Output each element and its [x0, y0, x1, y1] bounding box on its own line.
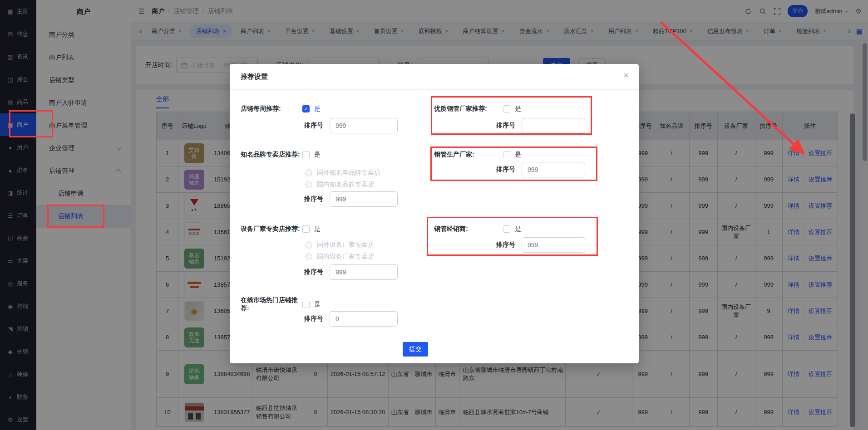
pipe-dealer-checkbox[interactable]	[503, 225, 510, 233]
radio-label: 国外知名年品牌专卖店	[317, 169, 380, 177]
radio-button[interactable]	[305, 241, 312, 249]
quality-pipe-label: 优质钢管厂家推荐:	[434, 105, 503, 113]
modal-title: 推荐设置	[241, 73, 268, 81]
pipe-dealer-label: 钢管经销商:	[434, 225, 503, 233]
weekly-recommend-checkbox[interactable]: ✓	[302, 105, 310, 112]
hot-shop-checkbox[interactable]	[302, 301, 310, 308]
sort-label: 排序号	[304, 122, 323, 130]
famous-brand-checkbox[interactable]	[302, 151, 310, 158]
recommend-settings-modal: 推荐设置 × 店铺每周推荐:✓是排序号知名品牌专卖店推荐:是国外知名年品牌专卖店…	[230, 64, 639, 363]
sort-label: 排序号	[496, 166, 515, 174]
sort-label: 排序号	[496, 122, 515, 130]
yes-label: 是	[314, 300, 321, 308]
sort-label: 排序号	[304, 268, 323, 276]
radio-button[interactable]	[305, 169, 312, 176]
yes-label: 是	[515, 225, 521, 233]
radio-button[interactable]	[305, 253, 312, 260]
sort-label: 排序号	[496, 241, 515, 249]
app-root: ▦主页▤信息▥资讯◫展会▧商品▣商户●用户▲排名◨统计☰订单☑检验▭大屏◎服务◉…	[0, 0, 868, 430]
sort-label: 排序号	[304, 195, 323, 203]
yes-label: 是	[314, 151, 321, 159]
hot-shop-label: 在线市场热门店铺推荐:	[241, 296, 302, 313]
famous-brand-sort-input[interactable]	[330, 191, 398, 207]
pipe-producer-label: 钢管生产厂家:	[434, 151, 503, 159]
pipe-dealer-sort-input[interactable]	[522, 237, 585, 253]
hot-shop-sort-input[interactable]	[330, 311, 398, 327]
famous-brand-label: 知名品牌专卖店推荐:	[241, 151, 302, 159]
yes-label: 是	[515, 105, 521, 113]
equipment-store-checkbox[interactable]	[302, 225, 310, 233]
radio-label: 国内知名品牌专卖店	[317, 181, 374, 189]
equipment-store-label: 设备厂家专卖店推荐:	[241, 225, 302, 233]
yes-label: 是	[314, 105, 321, 113]
sort-label: 排序号	[304, 315, 323, 323]
submit-button[interactable]: 提交	[403, 342, 428, 357]
close-icon[interactable]: ×	[623, 70, 629, 81]
yes-label: 是	[515, 151, 521, 159]
pipe-producer-checkbox[interactable]	[503, 151, 510, 158]
weekly-recommend-sort-input[interactable]	[330, 118, 398, 133]
pipe-producer-sort-input[interactable]	[522, 162, 585, 177]
radio-label: 国内设备厂家专卖店	[317, 253, 374, 261]
radio-button[interactable]	[305, 181, 312, 188]
quality-pipe-sort-input[interactable]	[522, 118, 585, 133]
quality-pipe-checkbox[interactable]	[503, 105, 510, 112]
radio-label: 国外设备厂家专卖店	[317, 241, 374, 249]
weekly-recommend-label: 店铺每周推荐:	[241, 105, 302, 113]
equipment-store-sort-input[interactable]	[330, 264, 398, 280]
yes-label: 是	[314, 225, 321, 233]
